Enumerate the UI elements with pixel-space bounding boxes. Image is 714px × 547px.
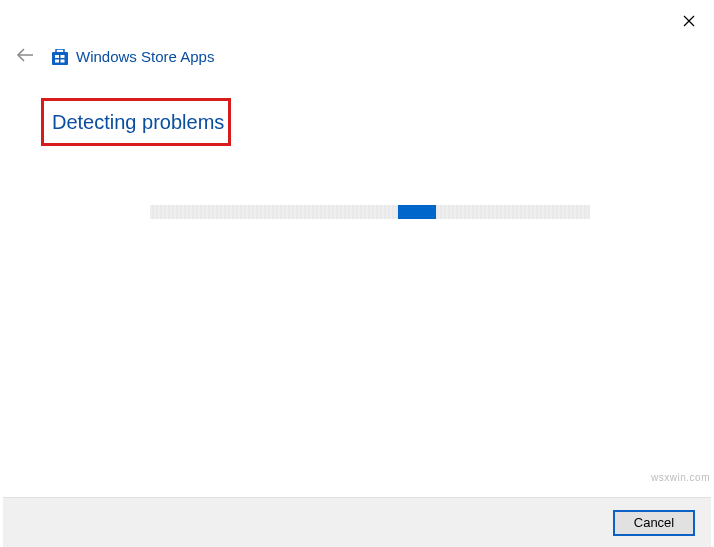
watermark-text: wsxwin.com xyxy=(651,472,710,483)
close-button[interactable] xyxy=(674,6,704,36)
cancel-button[interactable]: Cancel xyxy=(613,510,695,536)
back-button[interactable] xyxy=(12,44,38,69)
svg-rect-5 xyxy=(55,55,59,58)
back-arrow-icon xyxy=(16,48,34,62)
progress-indicator xyxy=(398,205,436,219)
close-icon xyxy=(683,15,695,27)
svg-rect-8 xyxy=(61,59,65,62)
title-wrap: Windows Store Apps xyxy=(52,48,214,65)
dialog-title: Windows Store Apps xyxy=(76,48,214,65)
svg-rect-4 xyxy=(56,49,64,53)
status-highlight: Detecting problems xyxy=(41,98,231,146)
store-icon xyxy=(52,49,68,65)
svg-rect-3 xyxy=(52,52,68,65)
svg-rect-7 xyxy=(55,59,59,62)
svg-rect-6 xyxy=(61,55,65,58)
progress-bar xyxy=(150,205,590,219)
dialog-header: Windows Store Apps xyxy=(12,44,214,69)
status-text: Detecting problems xyxy=(52,111,224,134)
dialog-footer: Cancel xyxy=(3,498,711,547)
